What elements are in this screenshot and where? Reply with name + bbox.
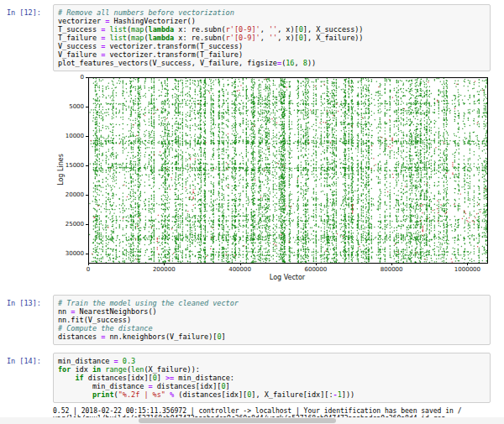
- code-token-pl: ,: [260, 34, 269, 42]
- x-tick-mark: [164, 263, 165, 265]
- code-token-bi: len: [131, 365, 144, 374]
- code-token-pl: [58, 390, 92, 399]
- code-line: min_distance = distances[idx][0]: [58, 382, 486, 390]
- code-token-pl: ,: [260, 25, 269, 34]
- code-token-pl: nn.kneighbors(V_failure)[: [105, 332, 217, 341]
- code-line: nn.fit(V_success): [58, 316, 486, 324]
- x-tick-mark: [316, 263, 317, 265]
- code-token-pl: (X_failure)):: [144, 365, 200, 374]
- y-tick-mark: [86, 195, 88, 196]
- code-line: for idx in range(len(X_failure)):: [58, 365, 486, 374]
- y-tick-label: 30000: [53, 250, 84, 257]
- code-token-pl: , x)[: [277, 25, 299, 34]
- code-token-pl: NearestNeighbors(): [75, 307, 156, 316]
- code-token-kw: lambda: [149, 34, 175, 42]
- y-tick-label: 10000: [53, 133, 84, 139]
- code-line: T_failure = list(map(lambda x: re.subn(r…: [58, 34, 486, 42]
- x-tick-label: 400000: [228, 266, 251, 273]
- input-prompt-12: In [12]:: [7, 4, 53, 17]
- code-token-pl: distances[idx][: [153, 382, 222, 390]
- code-token-pl: distances[idx][: [84, 374, 153, 382]
- input-prompt-14: In [14]:: [7, 353, 53, 365]
- code-token-st: r'[0-9]': [226, 34, 260, 42]
- code-editor-12[interactable]: # Remove all numbers before vectorizatio…: [53, 4, 491, 71]
- code-token-pl: vectorizer: [58, 17, 105, 25]
- x-tick-label: 0: [87, 266, 90, 273]
- code-line: # Compute the distance: [58, 324, 486, 332]
- code-token-bi: range: [105, 365, 127, 374]
- code-token-pl: min_distance: [58, 357, 114, 365]
- code-token-bi: map: [131, 34, 144, 42]
- code-token-kw: if: [75, 374, 83, 382]
- y-tick-mark: [86, 77, 88, 78]
- plot-area: [88, 77, 488, 264]
- horizontal-scrollbar-track[interactable]: [0, 417, 504, 424]
- code-token-kw: for: [58, 365, 71, 374]
- scatter-canvas: [89, 78, 487, 263]
- x-tick-mark: [467, 263, 468, 265]
- code-token-st: r'[0-9]': [226, 25, 260, 34]
- x-tick-mark: [240, 263, 241, 265]
- code-line: vectorizer = HashingVectorizer(): [58, 17, 486, 25]
- code-token-bi: list: [109, 25, 126, 34]
- notebook: In [12]: # Remove all numbers before vec…: [0, 0, 504, 424]
- code-line: V_success = vectorizer.transform(T_succe…: [58, 42, 486, 50]
- code-token-pl: ], X_success)): [303, 25, 364, 34]
- x-tick-label: 800000: [381, 266, 403, 273]
- code-token-pl: min_distance: [58, 382, 148, 390]
- y-tick-label: 15000: [53, 162, 84, 169]
- code-token-cm: # Remove all numbers before vectorizatio…: [58, 8, 234, 17]
- code-line: if distances[idx][0] >= min_distance:: [58, 374, 486, 382]
- y-tick-mark: [86, 136, 88, 137]
- code-token-st: '': [269, 25, 277, 34]
- x-tick-mark: [391, 263, 392, 265]
- code-editor-14[interactable]: min_distance = 0.3for idx in range(len(X…: [53, 353, 491, 403]
- y-axis-label: Log Lines: [57, 140, 66, 199]
- code-token-pl: )): [307, 59, 316, 67]
- code-token-pl: x: re.subn(: [174, 34, 225, 42]
- code-editor-13[interactable]: # Train the model using the cleaned vect…: [53, 295, 491, 345]
- code-token-pl: nn.fit(V_success): [58, 316, 131, 324]
- code-line: # Train the model using the cleaned vect…: [58, 299, 486, 307]
- horizontal-scrollbar-thumb[interactable]: [139, 418, 336, 423]
- code-token-nu: 16: [286, 59, 294, 67]
- code-token-pl: idx: [71, 365, 92, 374]
- code-line: plot_features_vectors(V_success, V_failu…: [58, 59, 486, 67]
- code-token-pl: [58, 374, 75, 382]
- code-token-pl: HashingVectorizer(): [109, 17, 195, 25]
- code-token-pl: (distances[idx][: [174, 390, 247, 399]
- plot-output-12: Log Lines Log Vector 0200000400000600000…: [7, 75, 497, 283]
- code-token-kw: lambda: [149, 25, 175, 34]
- code-token-pl: ], X_failure)): [303, 34, 364, 42]
- y-tick-mark: [86, 107, 88, 107]
- code-token-pl: , x)[: [277, 34, 299, 42]
- code-line: min_distance = 0.3: [58, 357, 486, 365]
- code-line: # Remove all numbers before vectorizatio…: [58, 8, 486, 17]
- code-token-pl: ], X_failure[idx][:: [251, 390, 333, 399]
- code-token-kw: in: [92, 365, 101, 374]
- x-tick-label: 1000000: [454, 266, 480, 273]
- code-token-cm: # Train the model using the cleaned vect…: [58, 299, 239, 307]
- code-token-pl: nn: [58, 307, 71, 316]
- x-axis-label: Log Vector: [88, 274, 486, 281]
- code-token-pl: ]: [226, 382, 230, 390]
- y-tick-mark: [86, 224, 88, 225]
- code-token-bi: map: [131, 25, 144, 34]
- code-token-st: '': [269, 34, 277, 42]
- code-cell-14: In [14]: min_distance = 0.3for idx in ra…: [7, 353, 497, 403]
- code-token-pl: T_success: [58, 25, 101, 34]
- code-token-pl: T_failure: [58, 34, 101, 42]
- code-line: V_failure = vectorizer.transform(T_failu…: [58, 50, 486, 59]
- code-token-kw: print: [92, 390, 114, 399]
- code-token-pl: ])): [342, 390, 354, 399]
- code-line: nn = NearestNeighbors(): [58, 307, 486, 316]
- code-token-nu: 0.3: [123, 357, 135, 365]
- code-token-pl: plot_features_vectors(V_success, V_failu…: [58, 59, 277, 67]
- code-token-op: >=: [165, 374, 174, 382]
- code-cell-12: In [12]: # Remove all numbers before vec…: [7, 4, 497, 71]
- code-line: T_success = list(map(lambda x: re.subn(r…: [58, 25, 486, 34]
- input-prompt-13: In [13]:: [7, 295, 53, 307]
- code-token-pl: vectorizer.transform(T_failure): [105, 50, 243, 59]
- code-token-pl: x: re.subn(: [174, 25, 225, 34]
- code-token-pl: V_success: [58, 42, 101, 50]
